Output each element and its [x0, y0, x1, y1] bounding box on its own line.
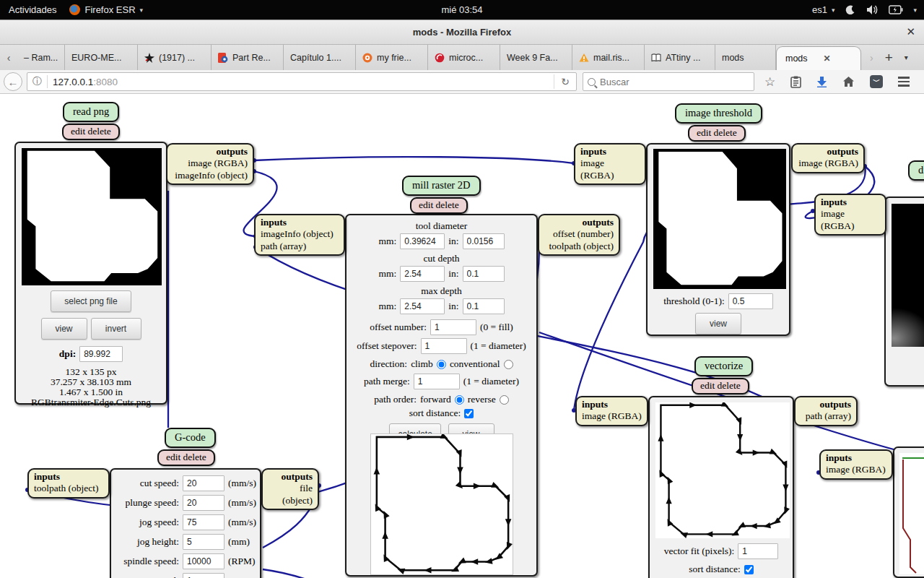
window-titlebar[interactable]: mods - Mozilla Firefox ✕: [0, 20, 924, 45]
input-path-array[interactable]: path (array): [261, 241, 339, 252]
window-close-button[interactable]: ✕: [906, 25, 915, 38]
module-title-vectorize[interactable]: vectorize: [694, 356, 753, 376]
image-threshold-edit-delete[interactable]: edit delete: [688, 125, 746, 142]
distance-inputs[interactable]: inputs image (RGBA): [814, 194, 886, 236]
input-image-rgba[interactable]: image (RGBA): [821, 208, 880, 232]
keyboard-layout-indicator[interactable]: es1 ▾: [812, 4, 835, 15]
menu-icon[interactable]: [898, 77, 910, 86]
input-image-rgba[interactable]: image (RGBA): [582, 410, 642, 422]
gcode-outputs[interactable]: outputs file (object): [261, 468, 319, 510]
gcode-inputs[interactable]: inputs toolpath (object): [27, 468, 110, 499]
system-menu-caret-icon[interactable]: ▾: [913, 7, 917, 14]
path-order-forward-radio[interactable]: [455, 395, 464, 405]
read-png-outputs[interactable]: outputs image (RGBA) imageInfo (object): [166, 143, 254, 185]
direction-conventional-radio[interactable]: [504, 360, 513, 369]
output-path-array[interactable]: path (array): [801, 410, 851, 422]
vectorize-edit-delete[interactable]: edit delete: [692, 378, 749, 394]
library-icon[interactable]: [790, 76, 801, 88]
tab-close-icon[interactable]: ✕: [814, 53, 831, 64]
mill-raster-inputs[interactable]: inputs imageInfo (object) path (array): [254, 214, 345, 256]
reload-icon[interactable]: ↻: [554, 74, 576, 89]
path-order-reverse-radio[interactable]: [500, 395, 509, 405]
read-png-invert-button[interactable]: invert: [91, 318, 141, 340]
home-icon[interactable]: [842, 76, 855, 87]
pocket-icon[interactable]: ﹀: [870, 75, 883, 88]
jog-speed-input[interactable]: [183, 514, 225, 530]
tab-scroll-left-button[interactable]: ‹: [0, 45, 17, 70]
tab-microc[interactable]: microc...: [428, 45, 500, 70]
mill-raster-outputs[interactable]: outputs offset (number) toolpath (object…: [538, 214, 620, 256]
dpi-input[interactable]: [79, 346, 123, 362]
volume-icon[interactable]: [866, 4, 879, 15]
direction-climb-radio[interactable]: [437, 360, 446, 369]
tab-mods-inactive[interactable]: mods: [715, 45, 776, 70]
path-merge-input[interactable]: [414, 374, 460, 389]
tool-input[interactable]: [183, 573, 225, 578]
read-png-edit-delete[interactable]: edit delete: [62, 124, 120, 140]
offset-number-input[interactable]: [430, 319, 476, 335]
clock[interactable]: mié 03:54: [0, 4, 924, 15]
tool-diameter-mm-input[interactable]: [400, 233, 445, 249]
tab-attiny[interactable]: ATtiny ...: [645, 45, 715, 70]
battery-icon[interactable]: [889, 5, 903, 14]
tab-capitulo[interactable]: Capítulo 1....: [284, 45, 356, 70]
plunge-speed-input[interactable]: [183, 495, 225, 511]
tab-1917[interactable]: (1917) ...: [138, 45, 212, 70]
search-bar[interactable]: [583, 72, 754, 91]
site-info-icon[interactable]: ⓘ: [27, 75, 47, 88]
image-threshold-outputs[interactable]: outputs image (RGBA): [791, 143, 865, 173]
cut-speed-input[interactable]: [183, 475, 225, 491]
download-icon[interactable]: [816, 76, 827, 87]
tab-scroll-right-button[interactable]: ›: [870, 52, 873, 64]
back-button[interactable]: ←: [4, 72, 22, 91]
module-title-gcode[interactable]: G-code: [165, 428, 216, 448]
tool-diameter-in-input[interactable]: [463, 233, 505, 249]
new-tab-button[interactable]: +: [885, 50, 893, 66]
module-title-distance[interactable]: di: [908, 160, 924, 181]
tab-ram[interactable]: – Ram...: [17, 45, 65, 70]
url-bar[interactable]: ⓘ 127.0.0.1 :8080 ↻: [27, 72, 577, 91]
vectorize-inputs[interactable]: inputs image (RGBA): [575, 396, 648, 426]
tab-week9[interactable]: Week 9 Fa...: [500, 45, 572, 70]
gcode-edit-delete[interactable]: edit delete: [157, 449, 215, 466]
night-light-moon-icon[interactable]: [845, 4, 856, 16]
bottom-right-inputs[interactable]: inputs image (RGBA): [819, 449, 893, 480]
tab-part-re[interactable]: Part Re...: [212, 45, 284, 70]
threshold-input[interactable]: [728, 293, 773, 309]
vectorize-outputs[interactable]: outputs path (array): [794, 396, 858, 426]
vectorize-sort-distance-checkbox[interactable]: [744, 565, 754, 574]
module-title-mill-raster-2d[interactable]: mill raster 2D: [402, 176, 481, 196]
tab-mods-active[interactable]: mods ✕: [776, 46, 861, 70]
tab-mail-ris[interactable]: mail.ris...: [572, 45, 645, 70]
max-depth-in-input[interactable]: [463, 298, 505, 314]
search-input[interactable]: [600, 77, 730, 87]
image-threshold-view-button[interactable]: view: [695, 313, 741, 335]
max-depth-mm-input[interactable]: [400, 298, 445, 314]
output-file-object[interactable]: file (object): [268, 483, 313, 506]
output-image-rgba[interactable]: image (RGBA): [798, 158, 858, 169]
tab-euro-me[interactable]: EURO-ME...: [65, 45, 138, 70]
module-title-read-png[interactable]: read png: [63, 102, 119, 122]
mill-raster-edit-delete[interactable]: edit delete: [410, 197, 468, 214]
tab-list-caret-icon[interactable]: ▾: [905, 53, 908, 61]
output-offset-number[interactable]: offset (number): [544, 228, 614, 240]
sort-distance-checkbox[interactable]: [464, 409, 474, 418]
select-png-file-button[interactable]: select png file: [51, 290, 131, 312]
cut-depth-mm-input[interactable]: [400, 266, 445, 282]
read-png-view-button[interactable]: view: [41, 318, 87, 340]
jog-height-input[interactable]: [183, 534, 225, 550]
mods-canvas[interactable]: read png edit delete select png file vie…: [0, 94, 924, 578]
module-title-image-threshold[interactable]: image threshold: [675, 103, 762, 124]
tab-my-frie[interactable]: my frie...: [356, 45, 428, 70]
image-threshold-inputs[interactable]: inputs image (RGBA): [574, 143, 646, 185]
input-image-rgba[interactable]: image (RGBA): [826, 464, 886, 475]
offset-stepover-input[interactable]: [421, 338, 467, 354]
input-imageinfo[interactable]: imageInfo (object): [261, 228, 339, 240]
spindle-speed-input[interactable]: [183, 553, 225, 569]
bookmark-star-icon[interactable]: ☆: [764, 74, 775, 90]
input-image-rgba[interactable]: image (RGBA): [580, 158, 640, 181]
output-imageinfo[interactable]: imageInfo (object): [173, 170, 248, 181]
vector-fit-input[interactable]: [738, 543, 778, 559]
cut-depth-in-input[interactable]: [463, 266, 505, 282]
output-image-rgba[interactable]: image (RGBA): [173, 158, 248, 169]
